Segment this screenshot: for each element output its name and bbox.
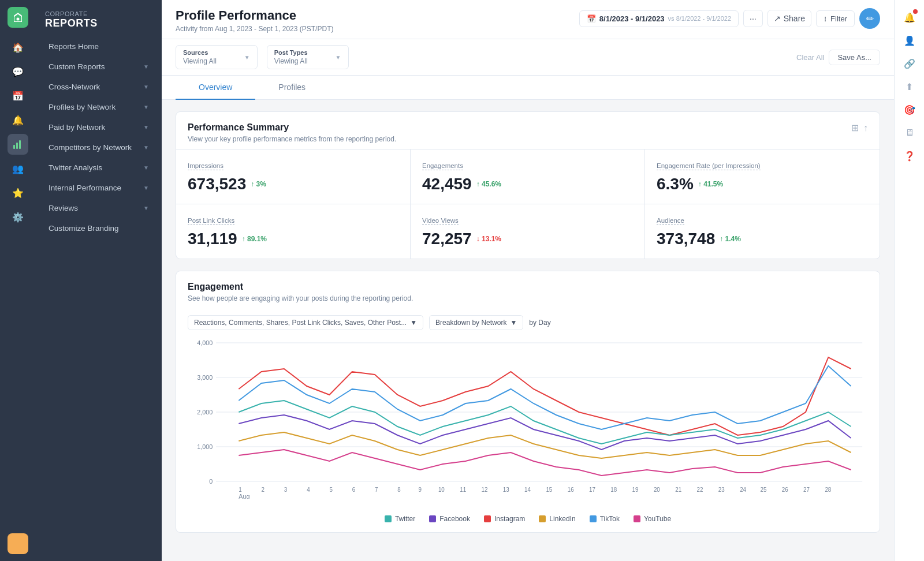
linkedin-label: LinkedIn xyxy=(549,515,575,523)
dropdown-chevron: ▼ xyxy=(410,319,417,327)
svg-text:13: 13 xyxy=(503,487,509,493)
metrics-grid: Impressions 673,523 ↑ 3% Engagements 42,… xyxy=(176,149,880,259)
svg-text:6: 6 xyxy=(352,487,356,493)
clear-all-button[interactable]: Clear All xyxy=(796,50,824,65)
sidebar-item-competitors[interactable]: Competitors by Network ▼ xyxy=(39,138,158,157)
filter-actions: Clear All Save As... xyxy=(796,50,880,65)
home-icon[interactable]: 🏠 xyxy=(8,37,28,58)
metric-label: Impressions xyxy=(188,162,223,170)
svg-text:0: 0 xyxy=(209,478,213,485)
sidebar-item-twitter[interactable]: Twitter Analysis ▼ xyxy=(39,158,158,177)
svg-text:28: 28 xyxy=(825,487,831,493)
metrics-dropdown[interactable]: Reactions, Comments, Shares, Post Link C… xyxy=(188,315,423,330)
chevron-icon: ▼ xyxy=(143,84,149,90)
sidebar-item-paid-by-network[interactable]: Paid by Network ▼ xyxy=(39,118,158,137)
metric-change: ↑ 1.4% xyxy=(720,235,741,243)
svg-text:1: 1 xyxy=(239,487,242,493)
sidebar-item-internal-performance[interactable]: Internal Performance ▼ xyxy=(39,178,158,197)
tab-overview[interactable]: Overview xyxy=(176,76,255,100)
sources-filter[interactable]: Sources Viewing All ▼ xyxy=(176,45,258,69)
sidebar-item-customize-branding[interactable]: Customize Branding xyxy=(39,219,158,238)
inbox-icon[interactable]: 💬 xyxy=(8,61,28,82)
sidebar-item-label: Custom Reports xyxy=(49,62,105,71)
save-as-button[interactable]: Save As... xyxy=(829,50,880,65)
svg-text:22: 22 xyxy=(697,487,703,493)
analytics-icon[interactable] xyxy=(8,134,28,155)
export-icon[interactable]: ↑ xyxy=(863,123,868,133)
chart-area: 4,000 3,000 2,000 1,000 0 1234 5678 9101… xyxy=(176,337,880,510)
svg-text:17: 17 xyxy=(589,487,595,493)
upload-icon[interactable]: ⬆ xyxy=(899,76,920,97)
card-subtitle: View your key profile performance metric… xyxy=(188,135,396,143)
metric-video-views: Video Views 72,257 ↓ 13.1% xyxy=(411,204,645,259)
breakdown-dropdown[interactable]: Breakdown by Network ▼ xyxy=(429,315,523,330)
post-types-filter[interactable]: Post Types Viewing All ▼ xyxy=(267,45,349,69)
tiktok-color xyxy=(590,515,597,522)
publishing-icon[interactable]: 📅 xyxy=(8,85,28,106)
share-label: Share xyxy=(784,14,805,23)
sidebar-item-custom-reports[interactable]: Custom Reports ▼ xyxy=(39,57,158,76)
performance-summary-card: Performance Summary View your key profil… xyxy=(176,111,880,259)
tab-profiles[interactable]: Profiles xyxy=(255,76,329,100)
engagement-card-header: Engagement See how people are engaging w… xyxy=(176,271,880,308)
grid-view-icon[interactable]: ⊞ xyxy=(851,122,859,133)
page-subtitle: Activity from Aug 1, 2023 - Sept 1, 2023… xyxy=(176,25,333,33)
legend-twitter: Twitter xyxy=(385,515,415,523)
svg-text:19: 19 xyxy=(632,487,639,493)
sources-label: Sources xyxy=(183,49,217,56)
svg-text:4: 4 xyxy=(307,487,310,493)
display-icon[interactable]: 🖥 xyxy=(899,122,920,143)
sidebar-item-reports-home[interactable]: Reports Home xyxy=(39,37,158,56)
metric-impressions: Impressions 673,523 ↑ 3% xyxy=(176,149,411,204)
twitter-label: Twitter xyxy=(395,515,415,523)
svg-text:4,000: 4,000 xyxy=(197,339,213,346)
sidebar-item-reviews[interactable]: Reviews ▼ xyxy=(39,199,158,218)
engagement-card: Engagement See how people are engaging w… xyxy=(176,271,880,533)
reviews-icon[interactable]: ⭐ xyxy=(8,182,28,203)
filter-label: Filter xyxy=(830,14,847,23)
help-icon[interactable]: ❓ xyxy=(899,145,920,166)
calendar-icon: 📅 xyxy=(587,14,596,23)
corp-label: Corporate xyxy=(45,10,152,17)
sidebar-header: Corporate Reports xyxy=(36,0,162,36)
tabs-bar: Overview Profiles xyxy=(162,76,894,100)
svg-text:9: 9 xyxy=(419,487,422,493)
card-actions: ⊞ ↑ xyxy=(851,122,868,133)
metric-change: ↑ 45.6% xyxy=(476,180,501,188)
more-options-button[interactable]: ··· xyxy=(743,10,763,27)
target-icon[interactable]: 🎯 xyxy=(899,99,920,120)
notifications-icon[interactable]: 🔔 xyxy=(8,110,28,130)
instagram-label: Instagram xyxy=(494,515,525,523)
main-content: Profile Performance Activity from Aug 1,… xyxy=(162,0,894,561)
metric-change: ↑ 41.5% xyxy=(698,180,723,188)
notifications-bell-icon[interactable]: 🔔 xyxy=(899,7,920,28)
user-profile-icon[interactable]: 👤 xyxy=(899,30,920,51)
metric-label: Engagements xyxy=(422,162,463,170)
engagement-chart: 4,000 3,000 2,000 1,000 0 1234 5678 9101… xyxy=(188,337,868,499)
sidebar-item-cross-network[interactable]: Cross-Network ▼ xyxy=(39,77,158,96)
sidebar-item-label: Cross-Network xyxy=(49,83,100,91)
svg-text:5: 5 xyxy=(329,487,333,493)
listening-icon[interactable]: 👥 xyxy=(8,158,28,179)
metric-label: Audience xyxy=(657,217,684,225)
date-range-button[interactable]: 📅 8/1/2023 - 9/1/2023 vs 8/1/2022 - 9/1/… xyxy=(579,10,739,27)
user-avatar[interactable] xyxy=(8,533,28,554)
svg-text:14: 14 xyxy=(524,487,531,493)
integrations-icon[interactable]: ⚙️ xyxy=(8,207,28,227)
sidebar-item-profiles-by-network[interactable]: Profiles by Network ▼ xyxy=(39,98,158,117)
svg-rect-1 xyxy=(13,145,15,149)
legend-linkedin: LinkedIn xyxy=(539,515,575,523)
header-actions: 📅 8/1/2023 - 9/1/2023 vs 8/1/2022 - 9/1/… xyxy=(579,8,880,29)
link-icon[interactable]: 🔗 xyxy=(899,53,920,74)
edit-button[interactable]: ✏ xyxy=(859,8,880,29)
svg-text:1,000: 1,000 xyxy=(197,443,213,450)
sidebar-item-label: Competitors by Network xyxy=(49,143,132,152)
logo-icon[interactable] xyxy=(8,7,28,28)
sources-value: Viewing All xyxy=(183,57,217,65)
youtube-label: YouTube xyxy=(644,515,671,523)
share-button[interactable]: ↗ Share xyxy=(767,10,811,27)
linkedin-color xyxy=(539,515,546,522)
content-scroll[interactable]: Performance Summary View your key profil… xyxy=(162,100,894,561)
filter-button[interactable]: ⫶ Filter xyxy=(816,10,855,27)
card-header: Performance Summary View your key profil… xyxy=(176,112,880,149)
